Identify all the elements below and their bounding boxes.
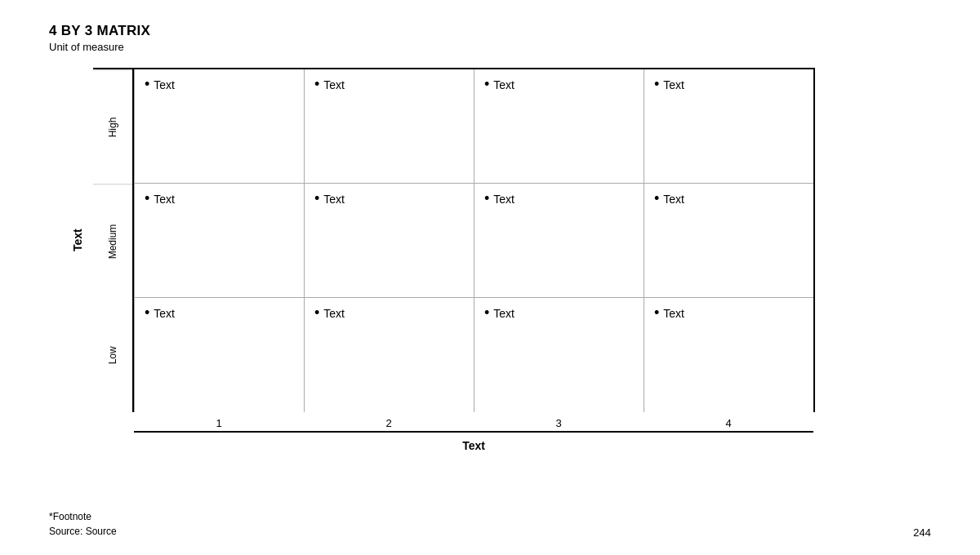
x-col-label-1: 1 (134, 412, 304, 429)
page-subtitle: Unit of measure (49, 41, 931, 53)
grid-cell: •Text (134, 184, 304, 298)
bullet: • (314, 77, 319, 91)
grid-row: •Text•Text•Text•Text (134, 298, 813, 412)
grid-cell: •Text (644, 69, 813, 184)
x-labels-row: 1234 (134, 412, 813, 429)
cell-text: Text (323, 78, 345, 94)
cell-content: •Text (654, 192, 804, 208)
bullet: • (145, 305, 149, 320)
y-label-low: Low (93, 299, 132, 412)
cell-text: Text (493, 306, 514, 322)
cell-text: Text (154, 306, 175, 322)
bullet: • (314, 305, 319, 320)
bullet: • (484, 305, 489, 320)
bullet: • (654, 191, 659, 206)
cell-text: Text (663, 192, 684, 208)
bullet: • (654, 305, 659, 320)
cell-content: •Text (145, 306, 294, 322)
grid-row: •Text•Text•Text•Text (134, 184, 813, 298)
matrix-wrapper: Text High Medium Low •Text•Text•Text•Tex… (65, 68, 931, 452)
cell-text: Text (493, 78, 514, 94)
y-label-medium: Medium (93, 184, 132, 298)
page-container: 4 BY 3 MATRIX Unit of measure Text High … (0, 0, 980, 555)
footnote-line2: Source: Source (49, 524, 117, 539)
grid-cell: •Text (474, 69, 644, 184)
bullet: • (145, 191, 149, 206)
y-label-high: High (93, 69, 132, 184)
grid-cell: •Text (304, 298, 474, 412)
cell-content: •Text (145, 78, 294, 94)
cell-text: Text (663, 306, 684, 322)
cell-content: •Text (314, 78, 464, 94)
cell-text: Text (493, 192, 514, 208)
grid-cell: •Text (134, 298, 304, 412)
cell-content: •Text (484, 192, 634, 208)
x-axis-label: Text (134, 433, 813, 452)
footer: *Footnote Source: Source 244 (49, 509, 931, 539)
grid-cell: •Text (304, 69, 474, 184)
x-col-label-2: 2 (304, 412, 474, 429)
y-axis-label: Text (65, 68, 90, 412)
cell-text: Text (323, 306, 345, 322)
x-axis-container: Text (134, 429, 813, 452)
cell-content: •Text (484, 78, 634, 94)
grid-container: •Text•Text•Text•Text•Text•Text•Text•Text… (134, 68, 815, 412)
bullet: • (484, 77, 489, 91)
grid-row: •Text•Text•Text•Text (134, 69, 813, 184)
page-number: 244 (913, 526, 931, 539)
bullet: • (314, 191, 319, 206)
bullet: • (145, 77, 149, 91)
cell-content: •Text (145, 192, 294, 208)
grid-cell: •Text (474, 184, 644, 298)
cell-content: •Text (314, 192, 464, 208)
cell-content: •Text (654, 78, 804, 94)
bullet: • (654, 77, 659, 91)
cell-text: Text (154, 192, 175, 208)
footnote-block: *Footnote Source: Source (49, 509, 117, 539)
cell-text: Text (323, 192, 345, 208)
cell-text: Text (154, 78, 175, 94)
cell-content: •Text (654, 306, 804, 322)
footnote-line1: *Footnote (49, 509, 117, 524)
grid-cell: •Text (134, 69, 304, 184)
cell-content: •Text (484, 306, 634, 322)
cell-content: •Text (314, 306, 464, 322)
y-row-labels: High Medium Low (93, 68, 134, 412)
grid-cell: •Text (304, 184, 474, 298)
page-title: 4 BY 3 MATRIX (49, 23, 931, 39)
grid-cell: •Text (644, 298, 813, 412)
grid-cell: •Text (474, 298, 644, 412)
x-col-label-3: 3 (474, 412, 644, 429)
grid-cell: •Text (644, 184, 813, 298)
x-col-label-4: 4 (644, 412, 813, 429)
matrix-body: Text High Medium Low •Text•Text•Text•Tex… (65, 68, 815, 412)
cell-text: Text (663, 78, 684, 94)
bullet: • (484, 191, 489, 206)
